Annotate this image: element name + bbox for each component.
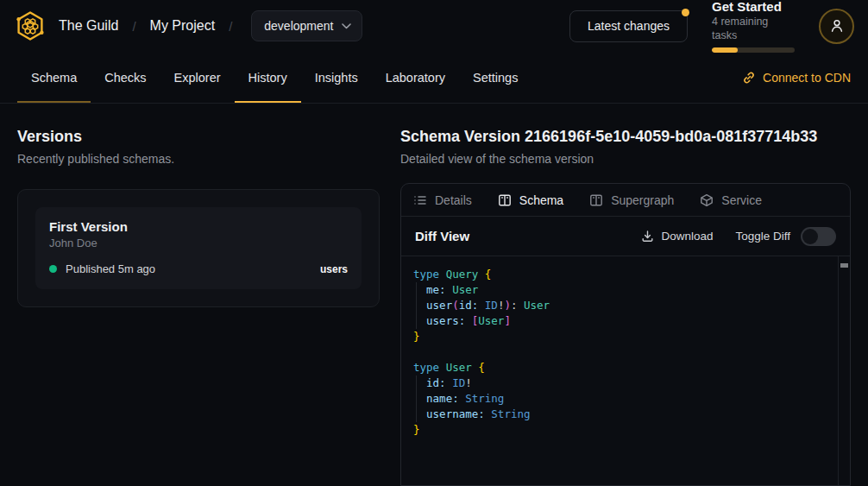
header-actions: Latest changes Get Started 4 remaining t… <box>569 0 854 53</box>
toggle-diff-control: Toggle Diff <box>735 227 836 246</box>
code-scrollbar[interactable] <box>838 256 850 485</box>
toggle-knob <box>802 229 818 244</box>
version-detail-subtitle: Detailed view of the schema version <box>400 152 851 166</box>
versions-list-card: First Version John Doe Published 5m ago … <box>17 189 380 307</box>
version-name: First Version <box>49 219 348 234</box>
cube-icon <box>700 193 714 207</box>
indent-guide <box>416 282 417 329</box>
download-icon <box>641 230 654 243</box>
nav-tab-laboratory[interactable]: Laboratory <box>372 52 459 103</box>
columns-icon <box>589 193 603 207</box>
schema-code-viewer[interactable]: type Query { me: User user(id: ID!): Use… <box>401 256 850 485</box>
chevron-down-icon <box>342 23 351 29</box>
nav-tab-history[interactable]: History <box>235 52 301 103</box>
toggle-diff-label: Toggle Diff <box>735 230 790 243</box>
nav-tab-explorer[interactable]: Explorer <box>160 52 235 103</box>
tab-supergraph[interactable]: Supergraph <box>589 193 674 207</box>
get-started-title: Get Started <box>712 0 795 15</box>
breadcrumb-separator: / <box>229 19 232 34</box>
schema-sdl-code: type Query { me: User user(id: ID!): Use… <box>401 256 850 448</box>
notification-dot <box>682 9 689 16</box>
link-icon <box>742 71 756 85</box>
nav-tab-checks[interactable]: Checks <box>91 52 160 103</box>
main-content: Versions Recently published schemas. Fir… <box>0 104 868 486</box>
primary-nav: Schema Checks Explorer History Insights … <box>0 52 868 104</box>
connect-to-cdn-link[interactable]: Connect to CDN <box>742 71 851 85</box>
user-avatar[interactable] <box>819 9 854 44</box>
get-started-widget[interactable]: Get Started 4 remaining tasks <box>712 0 795 53</box>
version-status: Published 5m ago <box>66 262 155 275</box>
versions-column: Versions Recently published schemas. Fir… <box>17 127 380 486</box>
tab-service[interactable]: Service <box>700 193 762 207</box>
person-icon <box>829 18 845 34</box>
version-detail-panel: Details Schema <box>400 183 851 486</box>
breadcrumb: The Guild / My Project / development <box>59 10 362 41</box>
hive-logo-icon[interactable] <box>14 9 47 42</box>
diff-header: Diff View Download Toggle D <box>401 217 850 256</box>
version-service-badge: users <box>320 263 348 275</box>
columns-icon <box>498 193 512 207</box>
app-header: The Guild / My Project / development Lat… <box>0 0 868 52</box>
nav-tab-insights[interactable]: Insights <box>301 52 372 103</box>
get-started-subtitle: 4 remaining tasks <box>712 15 795 42</box>
get-started-progress-fill <box>712 47 738 53</box>
download-button[interactable]: Download <box>641 230 713 243</box>
nav-tab-list: Schema Checks Explorer History Insights … <box>17 52 531 103</box>
breadcrumb-separator: / <box>132 19 135 34</box>
latest-changes-label: Latest changes <box>588 19 670 33</box>
detail-tab-list: Details Schema <box>401 184 850 217</box>
target-select-value: development <box>264 19 333 33</box>
diff-view-title: Diff View <box>415 229 469 243</box>
latest-changes-button[interactable]: Latest changes <box>569 10 688 42</box>
nav-tab-settings[interactable]: Settings <box>459 52 531 103</box>
indent-guide <box>416 376 417 422</box>
version-detail-title: Schema Version 2166196f-5e10-4059-bd0a-0… <box>400 127 851 146</box>
nav-tab-schema[interactable]: Schema <box>17 52 91 103</box>
toggle-diff-switch[interactable] <box>801 227 836 246</box>
version-author: John Doe <box>49 237 348 249</box>
list-icon <box>413 193 427 207</box>
version-detail-column: Schema Version 2166196f-5e10-4059-bd0a-0… <box>400 127 851 486</box>
versions-title: Versions <box>17 127 380 146</box>
published-status-dot <box>49 265 57 273</box>
tab-details[interactable]: Details <box>413 193 472 207</box>
breadcrumb-org[interactable]: The Guild <box>59 18 118 34</box>
version-list-item[interactable]: First Version John Doe Published 5m ago … <box>35 207 362 289</box>
versions-subtitle: Recently published schemas. <box>17 152 380 166</box>
code-scrollbar-thumb[interactable] <box>840 263 848 268</box>
target-select[interactable]: development <box>251 10 362 41</box>
breadcrumb-project[interactable]: My Project <box>150 18 216 34</box>
tab-schema[interactable]: Schema <box>498 193 563 207</box>
